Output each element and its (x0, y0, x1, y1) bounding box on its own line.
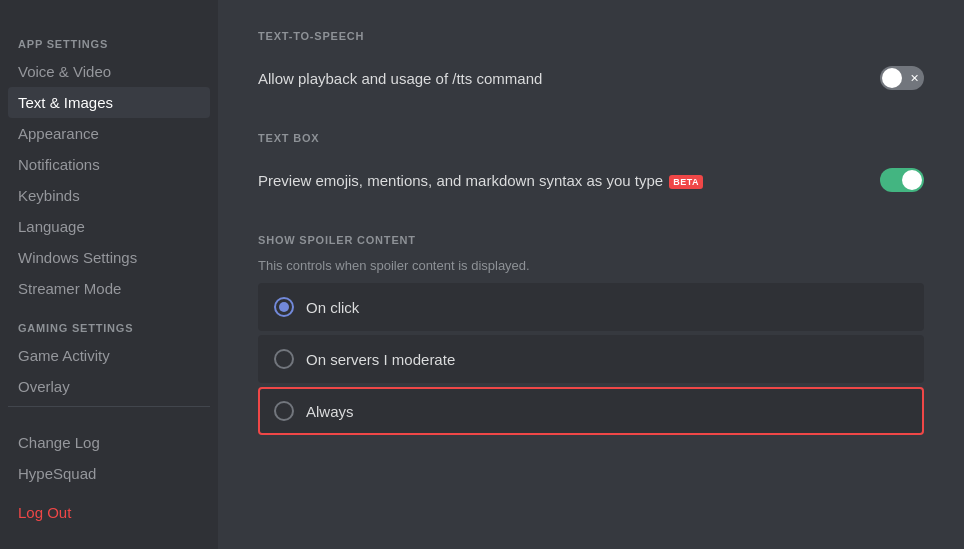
tts-section: TEXT-TO-SPEECH Allow playback and usage … (258, 30, 924, 102)
radio-label-servers-moderate: On servers I moderate (306, 351, 455, 368)
spoiler-section: SHOW SPOILER CONTENT This controls when … (258, 234, 924, 435)
radio-circle-always (274, 401, 294, 421)
sidebar-item-logout[interactable]: Log Out (8, 497, 210, 528)
sidebar-item-keybinds[interactable]: Keybinds (8, 180, 210, 211)
tts-toggle[interactable] (880, 66, 924, 90)
tts-toggle-knob (882, 68, 902, 88)
radio-option-servers-moderate[interactable]: On servers I moderate (258, 335, 924, 383)
sidebar: APP SETTINGS Voice & Video Text & Images… (0, 0, 218, 549)
main-content: TEXT-TO-SPEECH Allow playback and usage … (218, 0, 964, 549)
sidebar-item-appearance[interactable]: Appearance (8, 118, 210, 149)
sidebar-item-voice-video[interactable]: Voice & Video (8, 56, 210, 87)
tts-section-label: TEXT-TO-SPEECH (258, 30, 924, 42)
spoiler-description: This controls when spoiler content is di… (258, 258, 924, 273)
sidebar-item-text-images[interactable]: Text & Images (8, 87, 210, 118)
tts-setting-text: Allow playback and usage of /tts command (258, 70, 542, 87)
sidebar-divider (8, 406, 210, 407)
textbox-toggle[interactable] (880, 168, 924, 192)
textbox-toggle-knob (902, 170, 922, 190)
radio-label-always: Always (306, 403, 354, 420)
app-settings-label: APP SETTINGS (8, 34, 210, 54)
radio-option-always[interactable]: Always (258, 387, 924, 435)
sidebar-item-hypesquad[interactable]: HypeSquad (8, 458, 210, 489)
sidebar-item-game-activity[interactable]: Game Activity (8, 340, 210, 371)
radio-label-on-click: On click (306, 299, 359, 316)
sidebar-item-language[interactable]: Language (8, 211, 210, 242)
sidebar-item-windows-settings[interactable]: Windows Settings (8, 242, 210, 273)
radio-circle-servers-moderate (274, 349, 294, 369)
sidebar-item-notifications[interactable]: Notifications (8, 149, 210, 180)
spoiler-section-label: SHOW SPOILER CONTENT (258, 234, 924, 246)
sidebar-item-overlay[interactable]: Overlay (8, 371, 210, 402)
tts-setting-row: Allow playback and usage of /tts command (258, 54, 924, 102)
beta-badge: BETA (669, 175, 703, 189)
sidebar-item-streamer-mode[interactable]: Streamer Mode (8, 273, 210, 304)
textbox-setting-text: Preview emojis, mentions, and markdown s… (258, 172, 703, 189)
textbox-setting-row: Preview emojis, mentions, and markdown s… (258, 156, 924, 204)
textbox-section-label: TEXT BOX (258, 132, 924, 144)
textbox-section: TEXT BOX Preview emojis, mentions, and m… (258, 132, 924, 204)
radio-option-on-click[interactable]: On click (258, 283, 924, 331)
radio-circle-on-click (274, 297, 294, 317)
gaming-settings-label: GAMING SETTINGS (8, 318, 210, 338)
sidebar-item-change-log[interactable]: Change Log (8, 427, 210, 458)
